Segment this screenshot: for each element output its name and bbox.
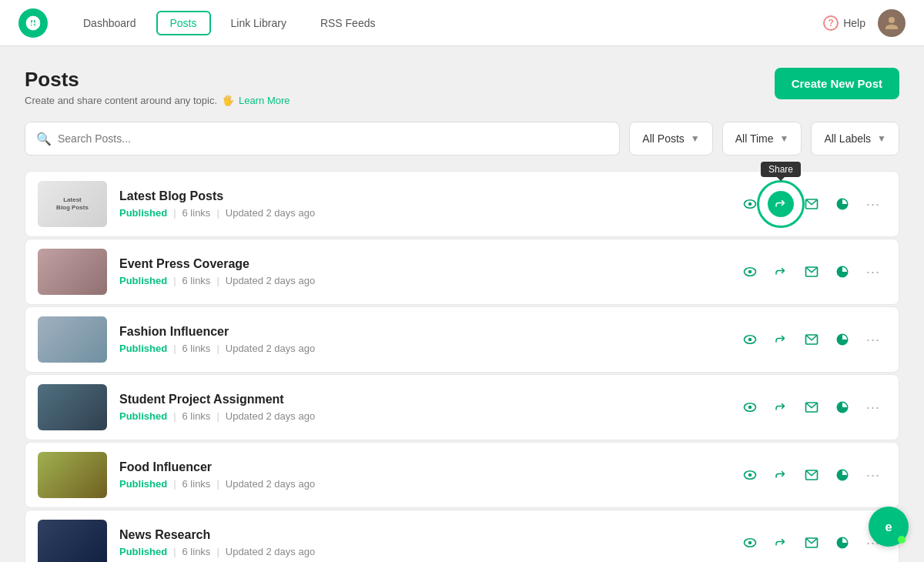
post-info: Latest Blog Posts Published | 6 links | … — [119, 189, 725, 219]
view-button[interactable] — [737, 326, 763, 353]
share-tooltip: Share — [761, 162, 801, 177]
post-links: 6 links — [182, 343, 211, 354]
post-info: Student Project Assignment Published | 6… — [119, 393, 725, 422]
analytics-button[interactable] — [829, 259, 855, 285]
post-thumbnail-fashion-influencer — [38, 316, 107, 363]
email-button[interactable] — [798, 326, 825, 353]
analytics-button[interactable] — [829, 326, 855, 353]
view-button[interactable] — [737, 530, 763, 556]
chevron-down-icon: ▼ — [877, 133, 886, 144]
post-title: Food Influencer — [119, 460, 725, 474]
chevron-down-icon: ▼ — [691, 133, 700, 144]
more-options-button[interactable]: ··· — [860, 191, 886, 217]
nav-posts[interactable]: Posts — [156, 11, 211, 35]
search-input[interactable] — [58, 132, 608, 145]
post-updated: Updated 2 days ago — [226, 275, 315, 286]
email-button[interactable] — [798, 191, 825, 217]
app-logo[interactable]: e — [18, 8, 48, 38]
email-button[interactable] — [798, 394, 825, 420]
page-subtitle: Create and share content around any topi… — [25, 95, 290, 106]
create-new-post-button[interactable]: Create New Post — [775, 68, 899, 99]
share-button-wrap: Share — [768, 191, 794, 217]
hand-icon: 🖐️ — [222, 95, 234, 106]
post-meta: Published | 6 links | Updated 2 days ago — [119, 275, 725, 286]
post-actions: ··· — [737, 462, 886, 488]
post-row: News Research Published | 6 links | Upda… — [25, 510, 899, 562]
post-meta: Published | 6 links | Updated 2 days ago — [119, 478, 725, 490]
learn-more-link[interactable]: Learn More — [239, 95, 290, 106]
status-badge: Published — [119, 275, 167, 286]
svg-point-6 — [748, 270, 752, 274]
share-button[interactable] — [768, 326, 794, 353]
analytics-button[interactable] — [829, 394, 855, 420]
post-updated: Updated 2 days ago — [226, 207, 315, 219]
post-thumbnail-student-project-assignment — [38, 384, 107, 430]
status-badge: Published — [119, 410, 167, 422]
view-button[interactable] — [737, 462, 763, 488]
share-button[interactable] — [768, 191, 794, 217]
svg-point-15 — [748, 473, 752, 477]
post-links: 6 links — [182, 478, 211, 490]
share-button[interactable] — [768, 530, 794, 556]
main-content: Posts Create and share content around an… — [0, 46, 924, 562]
post-info: News Research Published | 6 links | Upda… — [119, 528, 725, 557]
post-row: Student Project Assignment Published | 6… — [25, 374, 899, 440]
post-row: LatestBlog Posts Latest Blog Posts Publi… — [25, 171, 899, 237]
post-updated: Updated 2 days ago — [226, 343, 315, 354]
search-icon: 🔍 — [36, 132, 52, 146]
help-button[interactable]: ? Help — [823, 15, 865, 31]
post-title: News Research — [119, 528, 725, 542]
bottom-logo-badge[interactable]: e — [869, 507, 909, 547]
nav-right: ? Help — [823, 9, 906, 37]
post-links: 6 links — [182, 275, 211, 286]
share-button[interactable] — [768, 394, 794, 420]
page-title: Posts — [25, 68, 290, 92]
status-badge: Published — [119, 207, 167, 219]
analytics-button[interactable] — [829, 191, 855, 217]
post-links: 6 links — [182, 546, 211, 557]
subtitle-text: Create and share content around any topi… — [25, 95, 217, 106]
post-links: 6 links — [182, 410, 211, 422]
post-row: Fashion Influencer Published | 6 links |… — [25, 306, 899, 373]
post-actions: ··· — [737, 259, 886, 285]
post-actions: Share··· — [737, 191, 886, 217]
all-time-filter[interactable]: All Time ▼ — [722, 122, 802, 156]
post-updated: Updated 2 days ago — [226, 410, 315, 422]
more-options-button[interactable]: ··· — [860, 326, 886, 353]
avatar[interactable] — [878, 9, 906, 37]
analytics-button[interactable] — [829, 530, 855, 556]
post-meta: Published | 6 links | Updated 2 days ago — [119, 410, 725, 422]
view-button[interactable] — [737, 394, 763, 420]
share-button[interactable] — [768, 259, 794, 285]
share-button[interactable] — [768, 462, 794, 488]
more-options-button[interactable]: ··· — [860, 259, 886, 285]
post-title: Event Press Coverage — [119, 257, 725, 271]
all-time-label: All Time — [735, 132, 774, 145]
more-options-button[interactable]: ··· — [860, 394, 886, 420]
email-button[interactable] — [798, 259, 825, 285]
share-button-wrap — [768, 530, 794, 556]
nav-link-library[interactable]: Link Library — [217, 11, 300, 35]
more-options-button[interactable]: ··· — [860, 462, 886, 488]
navbar: e Dashboard Posts Link Library RSS Feeds… — [0, 0, 924, 46]
nav-dashboard[interactable]: Dashboard — [69, 11, 150, 35]
post-meta: Published | 6 links | Updated 2 days ago — [119, 207, 725, 219]
posts-list: LatestBlog Posts Latest Blog Posts Publi… — [25, 171, 899, 562]
post-info: Fashion Influencer Published | 6 links |… — [119, 325, 725, 354]
post-meta: Published | 6 links | Updated 2 days ago — [119, 343, 725, 354]
post-info: Event Press Coverage Published | 6 links… — [119, 257, 725, 286]
post-links: 6 links — [182, 207, 211, 219]
chevron-down-icon: ▼ — [780, 133, 789, 144]
share-button-wrap — [768, 326, 794, 353]
svg-text:e: e — [885, 520, 892, 534]
nav-rss-feeds[interactable]: RSS Feeds — [306, 11, 390, 35]
all-labels-filter[interactable]: All Labels ▼ — [811, 122, 899, 156]
all-labels-label: All Labels — [824, 132, 871, 145]
email-button[interactable] — [798, 462, 825, 488]
all-posts-filter[interactable]: All Posts ▼ — [629, 122, 712, 156]
view-button[interactable] — [737, 259, 763, 285]
email-button[interactable] — [798, 530, 825, 556]
post-title: Fashion Influencer — [119, 325, 725, 339]
view-button[interactable] — [737, 191, 763, 217]
analytics-button[interactable] — [829, 462, 855, 488]
